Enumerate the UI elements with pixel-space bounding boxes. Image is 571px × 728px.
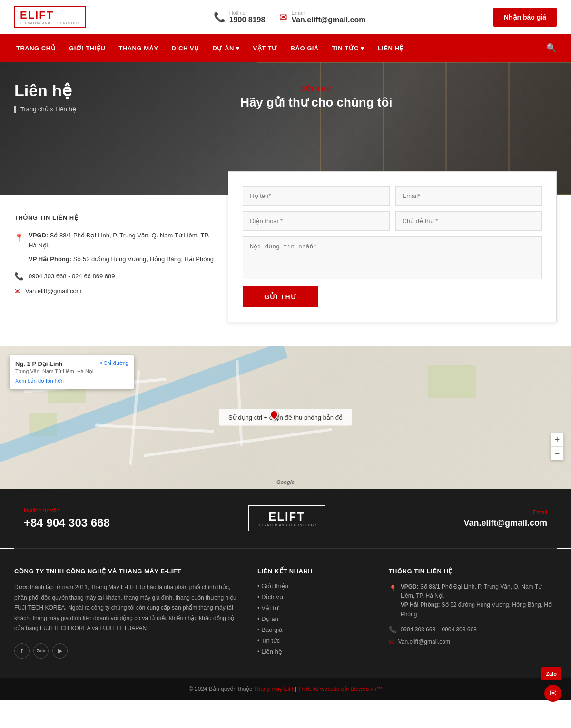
office-label: VPGD: bbox=[29, 232, 48, 239]
breadcrumb: Trang chủ » Liên hệ bbox=[14, 106, 76, 113]
message-input[interactable] bbox=[243, 236, 542, 279]
hotline-contact: 📞 Hotline 1900 8198 bbox=[214, 10, 266, 24]
footer-hotline-label: Hotline tư vấn bbox=[24, 507, 110, 514]
google-logo: Google bbox=[276, 479, 295, 485]
office-address: Số 88/1 Phố Đại Linh, P. Trung Văn, Q. N… bbox=[29, 232, 209, 249]
email-info-icon: ✉ bbox=[14, 286, 20, 295]
nav-item-elevator[interactable]: THANG MÁY bbox=[112, 36, 165, 60]
nav-item-quote[interactable]: BÁO GIÁ bbox=[284, 36, 325, 60]
footer-design-link[interactable]: Thiết kế website bởi Bicweb.vn™ bbox=[298, 686, 382, 692]
send-button[interactable]: GỬI THƯ bbox=[243, 286, 318, 307]
map-popup-view-link[interactable]: Xem bản đồ lớn hơn bbox=[15, 378, 64, 384]
footer-hotline-value: +84 904 303 668 bbox=[24, 516, 110, 530]
email-value: Van.elift@gmail.com bbox=[291, 16, 365, 24]
phone-info-icon: 📞 bbox=[14, 272, 24, 281]
footer-links-col: LIÊN KẾT NHANH • Giới thiệu • Dịch vụ • … bbox=[257, 568, 370, 659]
footer-hotline-section: Hotline tư vấn +84 904 303 668 bbox=[24, 507, 110, 530]
phone-input[interactable] bbox=[243, 211, 389, 231]
footer-email-icon: ✉ bbox=[389, 638, 394, 646]
nav-item-about[interactable]: GIỚI THIỆU bbox=[62, 36, 112, 60]
float-zalo-button[interactable]: Zalo bbox=[541, 667, 561, 680]
map-overlay-message: Sử dụng ctrl + cuộn để thu phóng bản đồ bbox=[219, 409, 352, 426]
footer-link-item: • Dịch vụ bbox=[257, 593, 370, 600]
map-pin bbox=[270, 410, 278, 419]
hotline-label: Hotline bbox=[229, 10, 266, 16]
email-contact: ✉ Email Van.elift@gmail.com bbox=[279, 10, 365, 24]
email-input[interactable] bbox=[395, 186, 542, 206]
subject-input[interactable] bbox=[395, 211, 542, 231]
hero-heading: Hãy gửi thư cho chúng tôi bbox=[240, 95, 392, 110]
header: ELIFT ELEVATOR AND TECHNOLOGY 📞 Hotline … bbox=[0, 0, 571, 34]
contact-info: THÔNG TIN LIÊN HỆ 📍 VPGD: Số 88/1 Phố Đạ… bbox=[14, 209, 214, 295]
footer-bottom: © 2024 Bản quyền thuộc Thang máy Elift |… bbox=[0, 678, 571, 700]
footer-brand-link[interactable]: Thang máy Elift bbox=[254, 686, 293, 692]
phone-info-row: 📞 0904 303 668 - 024 66 869 689 bbox=[14, 272, 214, 281]
map-section[interactable]: Sử dụng ctrl + cuộn để thu phóng bản đồ … bbox=[0, 346, 571, 489]
nav-item-news[interactable]: TIN TỨC ▾ bbox=[325, 36, 371, 60]
footer-office-address: Số 88/1 Phố Đại Linh, P. Trung Văn, Q. N… bbox=[401, 583, 542, 599]
footer-company-col: CÔNG TY TNHH CÔNG NGHỆ VÀ THANG MÁY E-LI… bbox=[14, 568, 238, 659]
hero-left: Liên hệ Trang chủ » Liên hệ bbox=[14, 81, 76, 176]
footer-email-value: Van.elift@gmail.com bbox=[463, 518, 547, 528]
map-zoom-in[interactable]: + bbox=[551, 433, 564, 446]
footer-email-addr: Van.elift@gmail.com bbox=[398, 639, 450, 645]
footer-top: Hotline tư vấn +84 904 303 668 ELIFT ELE… bbox=[0, 489, 571, 548]
footer-link-item: • Liên hệ bbox=[257, 648, 370, 655]
contact-info-title: THÔNG TIN LIÊN HỆ bbox=[14, 214, 214, 221]
email-info-value: Van.elift@gmail.com bbox=[25, 287, 81, 295]
map-controls: + − bbox=[551, 433, 564, 460]
contact-form-wrapper: GỬI THƯ bbox=[228, 171, 557, 322]
name-input[interactable] bbox=[243, 186, 389, 206]
footer-links-title: LIÊN KẾT NHANH bbox=[257, 568, 370, 575]
office-info-row: 📍 VPGD: Số 88/1 Phố Đại Linh, P. Trung V… bbox=[14, 231, 214, 264]
map-popup-sub: Trung Văn, Nam Từ Liêm, Hà Nội bbox=[15, 368, 93, 374]
footer-branch-label: VP Hải Phòng: bbox=[401, 601, 440, 608]
hero-right: GỬI THƯ Hãy gửi thư cho chúng tôi bbox=[76, 81, 557, 176]
nav-item-project[interactable]: DỰ ÁN ▾ bbox=[206, 36, 246, 60]
zalo-button[interactable]: Zalo bbox=[33, 643, 49, 659]
logo[interactable]: ELIFT ELEVATOR AND TECHNOLOGY bbox=[14, 6, 86, 28]
phone-icon: 📞 bbox=[214, 11, 226, 23]
phone-info-value: 0904 303 668 - 024 66 869 689 bbox=[29, 273, 115, 280]
directions-icon: ↗ bbox=[98, 360, 102, 366]
footer-link-item: • Vật tư bbox=[257, 604, 370, 611]
search-icon[interactable]: 🔍 bbox=[541, 34, 561, 62]
footer-link-item: • Dự án bbox=[257, 615, 370, 622]
footer-phone-row: 📞 0904 303 668 – 0904 303 668 bbox=[389, 626, 557, 633]
footer-company-desc: Được thành lập từ năm 2011, Thang Máy E-… bbox=[14, 582, 238, 634]
footer-separator: | bbox=[294, 686, 298, 692]
quote-button[interactable]: Nhận báo giá bbox=[493, 8, 557, 27]
footer-phone-icon: 📞 bbox=[389, 626, 397, 633]
email-icon: ✉ bbox=[279, 11, 287, 23]
nav-item-contact[interactable]: LIÊN HỆ bbox=[371, 36, 410, 60]
footer-link-item: • Giới thiệu bbox=[257, 582, 370, 590]
nav-item-home[interactable]: TRANG CHỦ bbox=[10, 36, 62, 60]
nav-item-service[interactable]: DỊCH VỤ bbox=[165, 36, 206, 60]
footer-email-row: ✉ Van.elift@gmail.com bbox=[389, 638, 557, 646]
float-message-button[interactable]: ✉ bbox=[544, 685, 561, 700]
map-popup-title: Ng. 1 P Đại Linh bbox=[15, 360, 93, 367]
map-zoom-out[interactable]: − bbox=[551, 447, 564, 460]
footer-contact-title: THÔNG TIN LIÊN HỆ bbox=[389, 568, 557, 575]
footer-logo: ELIFT ELEVATOR AND TECHNOLOGY bbox=[248, 505, 325, 531]
map-popup: Ng. 1 P Đại Linh Trung Văn, Nam Từ Liêm,… bbox=[10, 355, 134, 389]
footer-office-label: VPGD: bbox=[401, 583, 419, 590]
facebook-button[interactable]: f bbox=[14, 643, 30, 659]
youtube-button[interactable]: ▶ bbox=[52, 643, 68, 659]
map-popup-directions-link[interactable]: ↗ Chỉ đường bbox=[98, 360, 128, 366]
contact-section: THÔNG TIN LIÊN HỆ 📍 VPGD: Số 88/1 Phố Đạ… bbox=[0, 195, 571, 346]
message-icon: ✉ bbox=[550, 688, 557, 698]
location-icon: 📍 bbox=[14, 232, 24, 244]
footer-email-section: Email Van.elift@gmail.com bbox=[463, 509, 547, 528]
email-label: Email bbox=[291, 10, 365, 16]
nav-item-materials[interactable]: VẬT TƯ bbox=[246, 36, 284, 60]
footer-bottom-text: © 2024 Bản quyền thuộc bbox=[189, 686, 254, 692]
footer-company-title: CÔNG TY TNHH CÔNG NGHỆ VÀ THANG MÁY E-LI… bbox=[14, 568, 238, 575]
footer-logo-subtext: ELEVATOR AND TECHNOLOGY bbox=[256, 523, 316, 527]
hero-subtitle: GỬI THƯ bbox=[301, 86, 332, 92]
footer-link-item: • Báo giá bbox=[257, 626, 370, 633]
branch-label: VP Hải Phòng: bbox=[29, 256, 71, 263]
header-contacts: 📞 Hotline 1900 8198 ✉ Email Van.elift@gm… bbox=[214, 10, 366, 24]
footer-social: f Zalo ▶ bbox=[14, 643, 238, 659]
directions-label: Chỉ đường bbox=[103, 360, 128, 366]
